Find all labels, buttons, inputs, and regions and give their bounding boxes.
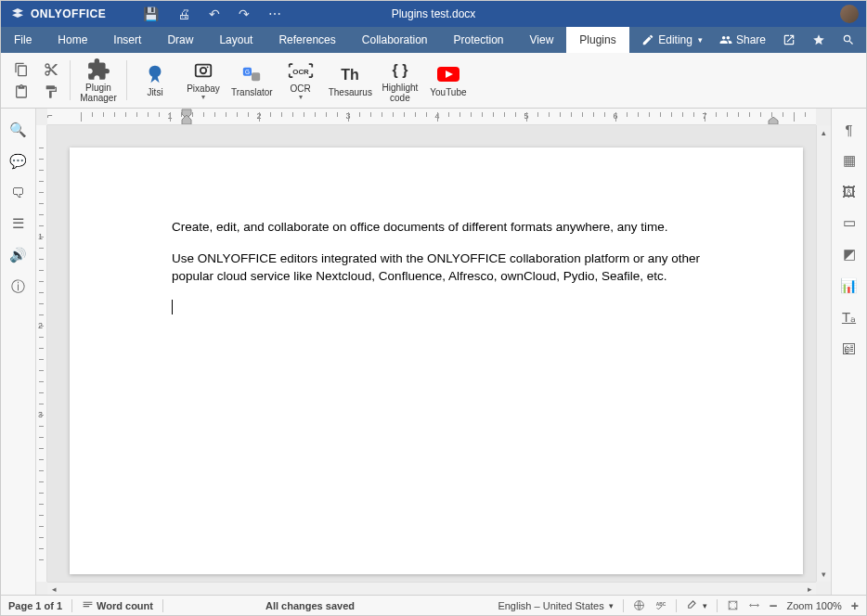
clipboard-group [6,55,36,106]
feedback-icon[interactable]: 🔊 [9,247,27,263]
redo-icon[interactable]: ↷ [239,6,250,21]
menu-protection[interactable]: Protection [441,27,517,53]
menu-draw[interactable]: Draw [154,27,206,53]
shape-settings-icon[interactable]: ◩ [843,246,856,263]
word-count-icon [82,599,94,611]
left-sidebar: 🔍 💬 🗨 ☰ 🔊 ⓘ [1,109,36,595]
svg-text:ABC: ABC [655,602,666,607]
copy-icon[interactable] [12,60,31,79]
text-cursor [172,300,173,314]
scroll-up-icon[interactable]: ▴ [817,125,831,140]
menu-insert[interactable]: Insert [100,27,154,53]
right-sidebar: ¶ ▦ 🖼 ▭ ◩ 📊 Tₐ 🗟 [831,109,866,595]
editing-mode-button[interactable]: Editing ▾ [641,33,703,46]
about-icon[interactable]: ⓘ [11,278,25,296]
fit-to-page-icon[interactable] [727,599,739,611]
plugin-jitsi[interactable]: Jitsi [131,55,179,106]
ribbon: Plugin Manager Jitsi Pixabay ▾ G Transla… [1,53,866,109]
more-icon[interactable]: ⋯ [268,6,281,21]
titlebar-quick-actions: 💾 🖨 ↶ ↷ ⋯ [143,6,281,21]
user-avatar[interactable] [840,5,859,23]
scroll-left-icon[interactable]: ◂ [47,583,60,595]
plugin-highlight-code[interactable]: { } Highlight code [376,55,424,106]
print-icon[interactable]: 🖨 [177,6,190,21]
undo-icon[interactable]: ↶ [209,6,220,21]
search-icon[interactable] [842,33,855,46]
chart-settings-icon[interactable]: 📊 [840,277,858,294]
app-name: ONLYOFFICE [31,7,106,20]
document-page[interactable]: Create, edit, and collaborate on office … [70,148,803,574]
page-indicator[interactable]: Page 1 of 1 [8,600,62,611]
workarea: 🔍 💬 🗨 ☰ 🔊 ⓘ ⌐ 1234567 123 Create, edit, … [1,109,866,595]
svg-text:G: G [245,69,250,75]
share-button[interactable]: Share [719,33,766,46]
scroll-right-icon[interactable]: ▸ [803,583,816,595]
navigation-icon[interactable]: ☰ [12,215,24,232]
thesaurus-icon: Th [339,63,361,85]
format-painter-icon[interactable] [42,83,60,101]
svg-rect-0 [196,65,212,77]
comments-icon[interactable]: 💬 [9,153,27,170]
svg-point-2 [207,66,209,68]
menu-references[interactable]: References [265,27,348,53]
document-title: Plugins test.docx [392,7,476,20]
menu-plugins[interactable]: Plugins [566,27,628,53]
svg-point-1 [201,68,206,73]
track-changes-icon[interactable]: ▾ [686,599,707,611]
paragraph-1[interactable]: Create, edit, and collaborate on office … [172,218,701,237]
chat-icon[interactable]: 🗨 [11,185,25,200]
save-status: All changes saved [265,600,355,611]
zoom-in-icon[interactable]: + [851,598,859,613]
menu-layout[interactable]: Layout [206,27,265,53]
menu-view[interactable]: View [517,27,567,53]
favorite-icon[interactable] [812,33,825,46]
save-icon[interactable]: 💾 [143,6,159,21]
plugin-youtube[interactable]: YouTube [424,55,472,106]
scroll-down-icon[interactable]: ▾ [817,567,831,582]
fit-to-width-icon[interactable] [748,599,760,611]
tab-marker-icon[interactable]: ⌐ [47,110,53,121]
paragraph-2[interactable]: Use ONLYOFFICE editors integrated with t… [172,250,701,286]
chevron-down-icon: ▾ [698,35,703,45]
menu-home[interactable]: Home [45,27,100,53]
plugin-translator[interactable]: G Translator [227,55,277,106]
open-location-icon[interactable] [783,33,796,46]
vertical-ruler[interactable]: 123 [36,125,47,582]
page-viewport[interactable]: Create, edit, and collaborate on office … [47,125,816,582]
titlebar: ONLYOFFICE 💾 🖨 ↶ ↷ ⋯ Plugins test.docx [1,1,866,27]
youtube-icon [436,63,460,85]
form-settings-icon[interactable]: 🗟 [842,340,856,356]
paragraph-settings-icon[interactable]: ¶ [845,122,852,137]
spellcheck-icon[interactable]: ABC [654,599,666,611]
text-art-icon[interactable]: Tₐ [842,309,856,326]
zoom-out-icon[interactable]: − [770,597,778,613]
translator-icon: G [241,63,262,85]
menu-collaboration[interactable]: Collaboration [349,27,441,53]
find-icon[interactable]: 🔍 [9,122,27,138]
code-braces-icon: { } [389,58,411,81]
paragraph-cursor[interactable] [172,299,701,317]
svg-text:Th: Th [342,67,360,83]
horizontal-ruler[interactable]: ⌐ 1234567 [47,109,816,125]
language-selector[interactable]: English – United States ▾ [498,600,613,611]
word-count-button[interactable]: Word count [82,599,153,611]
jitsi-icon [145,63,165,85]
header-footer-icon[interactable]: ▭ [843,214,856,231]
menubar-right-actions: Editing ▾ Share [641,27,866,53]
horizontal-scrollbar[interactable]: ◂ ▸ [47,582,816,595]
plugin-ocr[interactable]: OCR OCR ▾ [277,55,325,106]
table-settings-icon[interactable]: ▦ [843,152,856,169]
cut-icon[interactable] [42,60,60,79]
zoom-level[interactable]: Zoom 100% [787,600,842,611]
plugin-thesaurus[interactable]: Th Thesaurus [325,55,376,106]
plugin-pixabay[interactable]: Pixabay ▾ [179,55,227,106]
set-document-language-icon[interactable] [633,599,645,611]
vertical-scrollbar[interactable]: ▴ ▾ [816,125,831,582]
puzzle-icon [86,58,110,81]
image-settings-icon[interactable]: 🖼 [842,184,856,199]
menu-file[interactable]: File [1,27,45,53]
plugin-manager-button[interactable]: Plugin Manager [74,55,123,106]
svg-text:{ }: { } [392,62,408,78]
share-icon [719,33,732,46]
paste-icon[interactable] [12,83,31,101]
